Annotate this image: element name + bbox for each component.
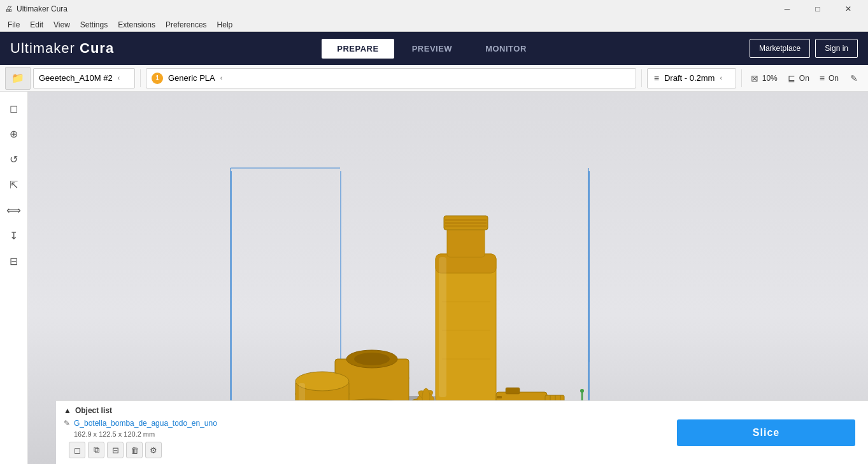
svg-rect-28 (445, 219, 487, 221)
header-right: Marketplace Sign in (750, 39, 858, 58)
profile-icon: ≡ (654, 73, 659, 83)
edit-settings-button[interactable]: ✎ (845, 69, 863, 87)
seam-tool-button[interactable]: ⊟ (3, 250, 25, 272)
profile-name: Draft - 0.2mm (664, 73, 715, 83)
menu-edit[interactable]: Edit (25, 19, 48, 31)
infill-icon: ⊠ (751, 73, 758, 83)
support-setting: ⊑ On (784, 73, 813, 83)
infill-setting: ⊠ 10% (747, 73, 781, 83)
svg-rect-55 (497, 396, 502, 398)
app-logo: Ultimaker Cura (10, 40, 114, 57)
signin-button[interactable]: Sign in (815, 39, 858, 58)
separator-2 (641, 69, 642, 87)
logo-text-first: Ultimaker (10, 40, 75, 56)
menu-preferences[interactable]: Preferences (160, 19, 212, 31)
object-action-copy[interactable]: ⧉ (88, 442, 104, 458)
support-label: On (799, 74, 809, 83)
edit-object-icon[interactable]: ✎ (64, 419, 70, 428)
translate-tool-button[interactable]: ⊕ (3, 122, 25, 145)
title-bar: 🖨 Ultimaker Cura ─ □ ✕ (0, 0, 868, 18)
logo-text-second: Cura (80, 40, 114, 56)
printer-selector[interactable]: Geeetech_A10M #2 ‹ (33, 68, 135, 88)
object-action-flip[interactable]: ⊟ (107, 442, 124, 458)
svg-point-39 (354, 353, 390, 365)
title-bar-text: Ultimaker Cura (17, 4, 68, 13)
title-bar-controls: ─ □ ✕ (772, 0, 863, 18)
viewport[interactable]: ▲ Object list ✎ G_botella_bomba_de_agua_… (28, 92, 868, 464)
nav-prepare[interactable]: PREPARE (322, 39, 394, 59)
profile-selector[interactable]: ≡ Draft - 0.2mm ‹ (647, 68, 736, 88)
svg-rect-29 (445, 222, 487, 224)
nav-monitor[interactable]: MONITOR (470, 39, 542, 59)
material-name: Generic PLA (168, 73, 215, 83)
nav-preview[interactable]: PREVIEW (397, 39, 467, 59)
sub-header: 📁 Geeetech_A10M #2 ‹ 1 Generic PLA ‹ ≡ D… (0, 65, 868, 92)
object-name: G_botella_bomba_de_agua_todo_en_uno (74, 419, 217, 428)
slice-panel: Slice (677, 419, 855, 446)
folder-button[interactable]: 📁 (5, 67, 31, 90)
object-list-label: Object list (75, 406, 112, 415)
svg-rect-30 (445, 225, 487, 227)
object-action-delete[interactable]: 🗑 (126, 442, 143, 458)
material-selector[interactable]: 1 Generic PLA ‹ (146, 68, 636, 88)
header-nav: PREPARE PREVIEW MONITOR (127, 39, 737, 59)
object-action-settings[interactable]: ⚙ (145, 442, 162, 458)
separator-1 (140, 69, 141, 87)
collapse-icon[interactable]: ▲ (64, 406, 71, 415)
left-toolbar: ◻ ⊕ ↺ ⇱ ⟺ ↧ ⊟ (0, 92, 28, 464)
marketplace-button[interactable]: Marketplace (750, 39, 810, 58)
main-content: ◻ ⊕ ↺ ⇱ ⟺ ↧ ⊟ (0, 92, 868, 464)
support-tool-button[interactable]: ↧ (3, 224, 25, 247)
object-list-header: ▲ Object list (64, 406, 860, 415)
app-header: Ultimaker Cura PREPARE PREVIEW MONITOR M… (0, 32, 868, 65)
app-icon: 🖨 (5, 4, 13, 13)
material-chevron-icon: ‹ (220, 74, 222, 81)
menu-settings[interactable]: Settings (75, 19, 113, 31)
menu-help[interactable]: Help (212, 19, 238, 31)
svg-rect-35 (439, 257, 446, 397)
svg-point-62 (580, 389, 584, 393)
title-bar-left: 🖨 Ultimaker Cura (5, 4, 68, 13)
support-icon: ⊑ (788, 73, 795, 83)
menu-bar: File Edit View Settings Extensions Prefe… (0, 18, 868, 32)
profile-chevron-icon: ‹ (720, 74, 722, 81)
slice-button[interactable]: Slice (677, 419, 855, 446)
menu-extensions[interactable]: Extensions (113, 19, 160, 31)
menu-file[interactable]: File (3, 19, 25, 31)
adhesion-setting: ≡ On (816, 73, 843, 83)
printer-name: Geeetech_A10M #2 (39, 73, 113, 83)
minimize-button[interactable]: ─ (772, 0, 802, 18)
mirror-tool-button[interactable]: ⟺ (3, 199, 25, 221)
separator-3 (741, 69, 742, 87)
adhesion-label: On (829, 74, 839, 83)
svg-rect-57 (506, 388, 520, 394)
maximize-button[interactable]: □ (803, 0, 832, 18)
rotate-tool-button[interactable]: ↺ (3, 148, 25, 171)
scale-tool-button[interactable]: ⇱ (3, 173, 25, 196)
printer-chevron-icon: ‹ (118, 74, 120, 81)
menu-view[interactable]: View (48, 19, 75, 31)
material-badge: 1 (152, 73, 163, 84)
object-action-select[interactable]: ◻ (69, 442, 85, 458)
adhesion-icon: ≡ (820, 73, 825, 83)
select-tool-button[interactable]: ◻ (3, 97, 25, 120)
close-button[interactable]: ✕ (834, 0, 863, 18)
infill-value: 10% (762, 74, 778, 83)
